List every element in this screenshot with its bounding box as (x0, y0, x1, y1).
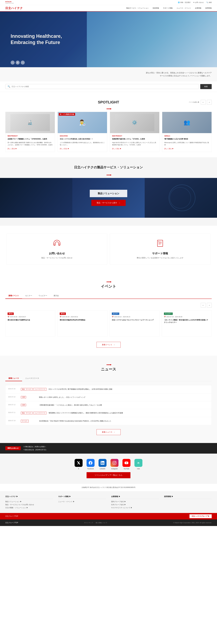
contact-support-section: お問い合わせ 製品・サービスについてのお問い合わせ サポート情報 弊社が運営して… (0, 226, 217, 273)
events-tab-seminar[interactable]: セミナー (22, 293, 35, 299)
spotlight-cards: 🔬 NEW PRODUCT 走査型プローブ顕微鏡システム「AFM5500Mll」… (5, 112, 212, 152)
footer-link-2-0[interactable]: ニュース・イベント ▶ (58, 500, 106, 503)
news-2-link[interactable]: 環境レポート2024 を発刊しました。- 日立ハイフィールディング (39, 396, 85, 398)
footer-link-1-1[interactable]: 製品・サービスについてのお問い合わせ (5, 504, 53, 506)
products-accent (106, 175, 111, 175)
news-3-tag-0: CSR (21, 404, 26, 406)
event-4-tag: ウェビナー (164, 312, 173, 315)
nav-top-item-search[interactable]: 🔍 検索 (206, 2, 212, 4)
news-4-link[interactable]: 電荷調整と日立ハイテクラフス/連携確定を検討し、展産の検察保存と高付加価値化によ… (49, 412, 123, 414)
events-title: イベント (5, 284, 212, 289)
social-youtube[interactable]: YouTube (123, 459, 131, 470)
event-3-date: 📅 2024.08.22 - 2024.08.23 (112, 316, 157, 318)
card-3-title: 高精度電子線計測システム「GT2000」を発売 (112, 138, 157, 140)
news-4-tag-0: 製品・サービス (21, 412, 33, 414)
news-3-link[interactable]: 【理科教育支援活動】「ミクロをもっと身近に」第13回 化粉を発現してみよう！を公… (39, 404, 102, 406)
events-tab-webinar[interactable]: ウェビナー (35, 293, 50, 299)
search-button[interactable]: 検索 (200, 84, 212, 89)
calendar-icon-3: 📅 (112, 316, 114, 318)
events-tab-exhibition[interactable]: 展示会 (50, 293, 62, 299)
events-cards: 展示会 📅 2024.09.06 - 2024.09.07 第31回日本遺伝子診… (5, 310, 212, 336)
message-box: 誰もが安心・安全に暮らせる、笑顔あふれる社会へ—一人ひとりに最適なヘルスケアサー… (145, 71, 212, 78)
social-instagram[interactable]: Instagram (111, 459, 119, 470)
footer-bottom: 日立グループTOP サイトマップ 個人情報について © Hitachi High… (0, 520, 217, 526)
spotlight-next-button[interactable]: → (207, 100, 212, 104)
nav-tech[interactable]: 技術情報 (153, 6, 159, 10)
footer-col-3-title[interactable]: 企業情報 ▶ (111, 495, 159, 499)
footer-link-1-2[interactable]: 日立の職種・ソリューション ▶ (5, 507, 53, 509)
events-section: イベント 新着イベント セミナー ウェビナー 展示会 ← → 展示会 📅 202… (0, 273, 217, 356)
document-icon (156, 239, 164, 249)
news-1-link[interactable]: 日立ハイテクが台湾大学と電子顕微鏡の共同設置を開始し、台湾の科学技術の発展に貢献 (49, 388, 112, 390)
nav-recruit[interactable]: 採用情報 (205, 6, 212, 10)
card-4-body: SERIALS 電子顕微鏡から広がる世界 第6回 Miniscopeを活用した研… (162, 133, 211, 152)
news-1-tag-0: 製品・サービス (21, 388, 33, 390)
news-5-link[interactable]: 当社受賞紀念「One Hitachiで実現するLaboratory Automa… (39, 420, 111, 422)
card-1-body: NEW PRODUCT 走査型プローブ顕微鏡システム「AFM5500Mll」を販… (6, 133, 55, 152)
footer-link-3-0[interactable]: 国内グループ会社 ▶ (111, 500, 159, 503)
hero-navigation: ← ⏸ → (11, 60, 25, 64)
hero-pause-button[interactable]: ⏸ (16, 60, 20, 64)
search-input[interactable] (12, 86, 197, 88)
nav-support[interactable]: サポート情報 (163, 6, 173, 10)
social-note[interactable]: n note (134, 459, 142, 470)
contact-title: お問い合わせ (49, 252, 65, 255)
card-2-desc: コラボ実験動画の公開本数が100本を超えました。最新動画をぜひご覧ください。 (60, 142, 105, 146)
spotlight-page-indicator[interactable]: ページを絞る ▶ (189, 101, 199, 103)
card-1-desc: 同一試料を複数の解析装置で観察するための接続機能・操作性を向上させた、走査型プロ… (8, 142, 53, 146)
footer-col-2-links: ニュース・イベント ▶ (58, 500, 106, 503)
events-prev-button[interactable]: ← (201, 303, 205, 308)
events-tab-new[interactable]: 新着イベント (5, 293, 22, 299)
footer-nav: 日立ハイテク ▶ 製品ソリューション ▶ 製品・サービスについてのお問い合わせ … (0, 492, 217, 513)
footer-link-3-1[interactable]: 社外グループ会社 ▶ (111, 504, 159, 506)
news-tab-new[interactable]: 新着ニュース (5, 376, 22, 381)
event-1-title: 第31回日本遺伝子診療学会大会 (8, 319, 53, 321)
social-section: X Facebook LinkedIn Instagram YouTube (0, 454, 217, 484)
spotlight-section: SPOTLIGHT ページを絞る ▶ ← → 🔬 NEW PRODUCT 走査型… (0, 92, 217, 157)
products-cta-arrow: → (119, 202, 120, 204)
notice-links: ※ 弊社製品をご利用のお客様へ • 収収分割公告（2024年2月7日） (23, 446, 47, 451)
nav-news[interactable]: ニュース・イベント (177, 6, 191, 10)
footer-col-1-links: 製品ソリューション ▶ 製品・サービスについてのお問い合わせ 日立の職種・ソリュ… (5, 500, 53, 509)
social-x[interactable]: X (75, 459, 83, 470)
nav-company[interactable]: 企業情報 (195, 6, 201, 10)
card-3-link[interactable]: 詳しく見る ▶ (112, 148, 157, 150)
card-4-link[interactable]: 詳しく見る ▶ (164, 148, 209, 150)
nav-top-item-translate[interactable]: 🌐 情報・言語選択 (178, 2, 190, 4)
hero-next-button[interactable]: → (21, 60, 25, 64)
products-cta-button[interactable]: 製品・サービスから探す → (91, 200, 126, 206)
group-top-link[interactable]: 日立グループTOP (5, 515, 18, 517)
social-linkedin[interactable]: LinkedIn (98, 459, 106, 470)
footer-col-1-title[interactable]: 日立ハイテク ▶ (5, 495, 53, 499)
nav-products[interactable]: 製品サービス・ソリューション (126, 6, 149, 10)
footer-link-3-2[interactable]: サステナビリティについて ▶ (111, 507, 159, 509)
events-tabs: 新着イベント セミナー ウェビナー 展示会 (5, 293, 212, 299)
header-brand[interactable]: 日立ハイテク (5, 6, 23, 10)
main-nav: 製品サービス・ソリューション 技術情報 サポート情報 ニュース・イベント 企業情… (126, 6, 212, 10)
footer-bottom-link-2[interactable]: 個人情報について (96, 522, 107, 524)
group-top-bar: 日立グループTOP 日立ハイテクグループ ▶ (0, 513, 217, 520)
x-icon (75, 459, 83, 467)
card-1-title: 走査型プローブ顕微鏡システム「AFM5500Mll」を販売 (8, 138, 53, 140)
footer-bottom-link-1[interactable]: サイトマップ (84, 522, 93, 524)
news-more-button[interactable]: 新着ニュース → (96, 429, 121, 435)
hero-prev-button[interactable]: ← (11, 60, 15, 64)
card-2-link[interactable]: 詳しく見る ▶ (60, 148, 105, 150)
hitachi-group-button[interactable]: 日立ハイテクグループ ▶ (189, 514, 212, 518)
footer-col-4-title[interactable]: 採用情報 ▶ (164, 495, 212, 499)
events-next-button[interactable]: → (207, 303, 212, 308)
arrow-icon-2: ▶ (68, 148, 69, 150)
spotlight-prev-button[interactable]: ← (201, 100, 205, 104)
footer-link-1-0[interactable]: 製品ソリューション ▶ (5, 500, 53, 503)
events-more-button[interactable]: 新着イベント → (96, 342, 121, 348)
footer-col-2-title[interactable]: サポート情報 ▶ (58, 495, 106, 499)
news-tab-release[interactable]: ニュースリリース (22, 376, 42, 381)
notice-link-1[interactable]: ※ 弊社製品をご利用のお客様へ (23, 446, 47, 448)
nav-top-item-contact[interactable]: ✉ お問い合わせ (193, 2, 204, 4)
social-facebook[interactable]: Facebook (86, 459, 94, 470)
news-3-date: 2024.07.12 (8, 404, 19, 406)
social-cta-button[interactable]: ソーシャルメディア一覧はこちら (86, 472, 131, 478)
notice-link-2[interactable]: • 収収分割公告（2024年2月7日） (23, 449, 47, 451)
notice-section: 重要なお知らせ ※ 弊社製品をご利用のお客様へ • 収収分割公告（2024年2月… (0, 443, 217, 454)
card-1-link[interactable]: 詳しく見る ▶ (8, 148, 53, 150)
